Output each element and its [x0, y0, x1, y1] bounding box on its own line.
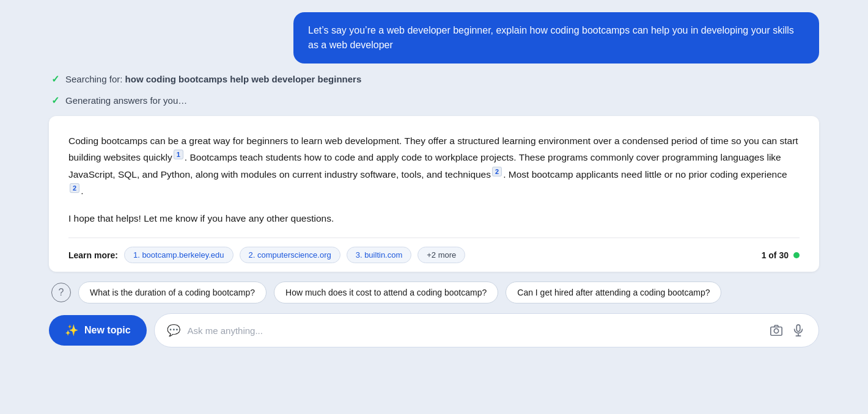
- searching-status-row: ✓ Searching for: how coding bootcamps he…: [49, 73, 819, 85]
- user-bubble: Let’s say you’re a web developer beginne…: [293, 12, 819, 64]
- camera-icon-button[interactable]: [768, 322, 784, 338]
- ask-input-box: 💬 Ask me anything...: [154, 313, 819, 347]
- answer-paragraph-1: Coding bootcamps can be a great way for …: [68, 133, 800, 200]
- learn-more-label: Learn more:: [68, 250, 118, 260]
- learn-more-bar: Learn more: 1. bootcamp.berkeley.edu 2. …: [68, 238, 800, 272]
- answer-paragraph-2: I hope that helps! Let me know if you ha…: [68, 211, 800, 227]
- source-chip-3[interactable]: 3. builtin.com: [347, 247, 412, 263]
- chat-bubble-icon: 💬: [167, 324, 180, 337]
- generating-label-text: Generating answers for you…: [65, 95, 187, 106]
- citation-2: 2: [492, 167, 502, 176]
- green-dot-icon: [793, 252, 800, 258]
- source-chip-2[interactable]: 2. computerscience.org: [240, 247, 340, 263]
- answer-body: Coding bootcamps can be a great way for …: [68, 133, 800, 227]
- citation-3: 2: [70, 183, 79, 193]
- user-message-text: Let’s say you’re a web developer beginne…: [308, 25, 794, 50]
- suggestion-btn-2[interactable]: How much does it cost to attend a coding…: [274, 281, 498, 303]
- suggestions-row: ? What is the duration of a coding bootc…: [49, 281, 819, 303]
- svg-point-1: [774, 329, 778, 333]
- wand-icon: ✨: [65, 324, 78, 337]
- suggestion-btn-3[interactable]: Can I get hired after attending a coding…: [506, 281, 721, 303]
- page-indicator: 1 of 30: [762, 250, 800, 260]
- user-message-row: Let’s say you’re a web developer beginne…: [49, 12, 819, 64]
- mic-icon-button[interactable]: [790, 322, 806, 338]
- check-icon-search: ✓: [51, 73, 59, 85]
- source-chip-1[interactable]: 1. bootcamp.berkeley.edu: [124, 247, 234, 263]
- more-sources-chip[interactable]: +2 more: [417, 247, 465, 263]
- svg-rect-2: [796, 325, 800, 332]
- new-topic-label: New topic: [84, 325, 131, 336]
- answer-card: Coding bootcamps can be a great way for …: [49, 116, 819, 272]
- searching-label-text: Searching for: how coding bootcamps help…: [65, 74, 361, 84]
- bottom-bar: ✨ New topic 💬 Ask me anything...: [49, 313, 819, 347]
- question-circle-icon: ?: [51, 283, 71, 302]
- new-topic-button[interactable]: ✨ New topic: [49, 315, 147, 346]
- input-actions: [768, 322, 806, 338]
- check-icon-generating: ✓: [51, 95, 59, 106]
- ask-placeholder[interactable]: Ask me anything...: [188, 325, 761, 336]
- generating-status-row: ✓ Generating answers for you…: [49, 95, 819, 106]
- citation-1: 1: [174, 150, 183, 159]
- suggestion-btn-1[interactable]: What is the duration of a coding bootcam…: [78, 281, 267, 303]
